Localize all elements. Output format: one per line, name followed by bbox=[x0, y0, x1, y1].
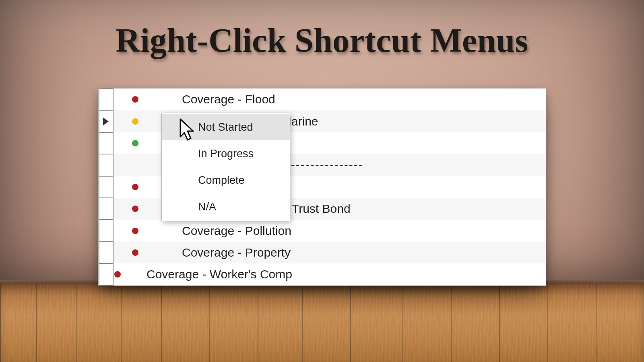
context-menu-item-label: In Progress bbox=[198, 148, 254, 160]
row-selector[interactable] bbox=[98, 263, 114, 285]
row-selector[interactable] bbox=[98, 198, 114, 220]
grid-row[interactable]: Coverage - Flood bbox=[98, 88, 546, 110]
slide-background-floor bbox=[0, 284, 644, 362]
context-menu-item-not-started[interactable]: Not Started bbox=[162, 114, 290, 140]
status-dot-empty-icon bbox=[132, 162, 138, 168]
context-menu-item-in-progress[interactable]: In Progress bbox=[162, 140, 290, 167]
row-label: Coverage - Worker's Comp bbox=[147, 267, 292, 281]
grid-row[interactable]: Coverage - Pollution bbox=[98, 220, 546, 241]
row-selector[interactable] bbox=[98, 220, 114, 241]
row-selector-current[interactable] bbox=[98, 110, 114, 132]
status-dot-red-icon bbox=[114, 271, 121, 278]
status-dot-red-icon bbox=[132, 184, 138, 190]
status-dot-red-icon bbox=[132, 96, 138, 103]
status-dot-red-icon bbox=[132, 249, 138, 256]
context-menu-item-na[interactable]: N/A bbox=[162, 193, 290, 220]
row-selector[interactable] bbox=[98, 242, 114, 263]
row-selector[interactable] bbox=[98, 132, 114, 154]
grid-row[interactable]: Coverage - Property bbox=[98, 242, 546, 263]
context-menu-item-label: Complete bbox=[198, 174, 245, 187]
grid-panel: Coverage - Flood Coverage - Inland Marin… bbox=[98, 88, 546, 286]
context-menu-item-label: N/A bbox=[198, 201, 216, 213]
status-dot-red-icon bbox=[132, 228, 138, 234]
slide-title: Right-Click Shortcut Menus bbox=[0, 21, 644, 60]
status-dot-red-icon bbox=[132, 206, 138, 212]
row-label: Coverage - Pollution bbox=[182, 224, 291, 238]
status-dot-yellow-icon bbox=[132, 118, 138, 125]
row-caret-icon bbox=[103, 117, 109, 125]
status-dot-green-icon bbox=[132, 140, 138, 146]
row-selector[interactable] bbox=[98, 176, 114, 198]
context-menu[interactable]: Not Started In Progress Complete N/A bbox=[161, 113, 290, 221]
row-label: Coverage - Flood bbox=[182, 93, 275, 106]
row-selector[interactable] bbox=[98, 154, 114, 176]
row-label: Coverage - Property bbox=[182, 246, 291, 259]
context-menu-item-complete[interactable]: Complete bbox=[162, 167, 290, 193]
grid-row[interactable]: Coverage - Worker's Comp bbox=[98, 263, 546, 285]
row-selector[interactable] bbox=[98, 88, 114, 110]
context-menu-item-label: Not Started bbox=[198, 121, 253, 134]
